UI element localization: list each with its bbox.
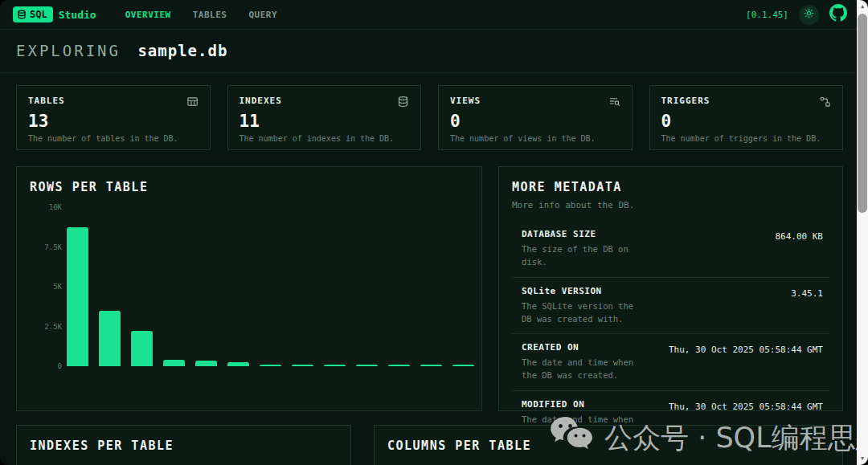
bar — [260, 365, 281, 366]
database-icon — [17, 10, 27, 19]
bar — [195, 361, 217, 366]
bar — [324, 365, 346, 366]
github-icon — [829, 4, 847, 25]
metric-description: The number of tables in the DB. — [28, 134, 199, 143]
bar — [452, 365, 474, 366]
metadata-row-text: SQLite VERSIONThe SQLite version the DB … — [522, 286, 637, 326]
metadata-row: DATABASE SIZEThe size of the DB on disk.… — [512, 221, 829, 277]
y-axis-tick: 5K — [53, 283, 62, 291]
metadata-row-description: The SQLite version the DB was created wi… — [522, 300, 637, 326]
metric-label: VIEWS — [450, 96, 481, 106]
scrollbar-down-arrow[interactable]: ▼ — [857, 453, 868, 464]
navbar-right: [0.1.45] — [746, 4, 847, 25]
metric-label: TABLES — [28, 96, 65, 106]
rows-per-table-panel: ROWS PER TABLE 10K7.5K5K2.5K0 — [16, 166, 482, 411]
bar — [163, 360, 185, 366]
metadata-title: MORE METADATA — [512, 180, 829, 194]
sql-studio-app: SQL Studio OVERVIEWTABLESQUERY [0.1.45] — [0, 0, 868, 465]
metric-card-tables: TABLES13The number of tables in the DB. — [16, 85, 211, 150]
y-axis-tick: 2.5K — [44, 323, 62, 331]
scrollbar-up-arrow[interactable]: ▲ — [857, 1, 868, 12]
metadata-row-label: MODIFIED ON — [522, 399, 637, 410]
db-name: sample.db — [137, 42, 227, 59]
bar — [67, 227, 88, 366]
sun-icon — [804, 8, 814, 21]
metadata-panel: MORE METADATA More info about the DB. DA… — [498, 166, 843, 411]
rows-bars — [67, 207, 467, 366]
list-search-icon — [608, 96, 620, 110]
rows-chart-title: ROWS PER TABLE — [30, 180, 469, 194]
metric-card-triggers: TRIGGERS0The number of triggers in the D… — [649, 85, 844, 150]
metric-description: The number of views in the DB. — [450, 134, 620, 143]
page-header: EXPLORING sample.db — [0, 30, 857, 73]
metric-value: 0 — [661, 113, 832, 130]
metric-description: The number of indexes in the DB. — [240, 134, 410, 143]
metadata-rows: DATABASE SIZEThe size of the DB on disk.… — [512, 221, 829, 447]
metadata-row-value: Thu, 30 Oct 2025 05:58:44 GMT — [648, 342, 823, 382]
metadata-row-description: The date and time when the DB was create… — [522, 356, 637, 382]
bar — [99, 311, 121, 366]
workflow-icon — [819, 96, 831, 110]
metadata-row-value: 3.45.1 — [648, 286, 823, 326]
table-icon — [186, 96, 199, 110]
page-title-eyebrow: EXPLORING — [16, 42, 121, 59]
indexes-chart-title: INDEXES PER TABLE — [30, 438, 338, 453]
bar — [420, 365, 442, 366]
logo-badge: SQL — [13, 6, 53, 22]
github-link[interactable] — [829, 4, 847, 25]
nav-link-tables[interactable]: TABLES — [193, 10, 227, 20]
metric-label: TRIGGERS — [661, 96, 710, 106]
version-badge: [0.1.45] — [746, 10, 788, 20]
metadata-row-label: CREATED ON — [522, 342, 637, 353]
bar — [388, 365, 410, 366]
database-icon — [397, 96, 409, 110]
nav-links: OVERVIEWTABLESQUERY — [125, 10, 277, 20]
metadata-row: CREATED ONThe date and time when the DB … — [512, 333, 829, 390]
metadata-row-label: DATABASE SIZE — [522, 229, 637, 239]
metric-card-views: VIEWS0The number of views in the DB. — [438, 85, 633, 150]
metadata-subtitle: More info about the DB. — [512, 200, 829, 210]
navbar: SQL Studio OVERVIEWTABLESQUERY [0.1.45] — [0, 0, 857, 30]
indexes-chart: 4 — [30, 461, 338, 465]
columns-chart: 16 — [387, 461, 829, 465]
wechat-icon — [550, 416, 593, 459]
nav-link-query[interactable]: QUERY — [248, 10, 277, 20]
y-axis-tick: 0 — [58, 362, 62, 370]
logo-text: Studio — [59, 9, 96, 21]
metadata-row-value: 864.00 KB — [648, 229, 823, 269]
metadata-row: SQLite VERSIONThe SQLite version the DB … — [512, 277, 829, 334]
indexes-per-table-panel: INDEXES PER TABLE 4 — [16, 425, 351, 465]
bar — [131, 331, 153, 366]
vertical-scrollbar[interactable]: ▲ ▼ — [857, 0, 868, 465]
metric-label: INDEXES — [240, 96, 282, 106]
metric-cards: TABLES13The number of tables in the DB.I… — [0, 73, 857, 150]
metric-value: 0 — [450, 113, 620, 130]
rows-chart: 10K7.5K5K2.5K0 — [30, 207, 469, 380]
nav-link-overview[interactable]: OVERVIEW — [125, 10, 171, 20]
charts-row: ROWS PER TABLE 10K7.5K5K2.5K0 MORE METAD… — [0, 150, 857, 411]
metadata-row-label: SQLite VERSION — [522, 286, 637, 296]
logo-badge-label: SQL — [30, 9, 47, 20]
metric-value: 11 — [240, 113, 410, 130]
metric-card-indexes: INDEXES11The number of indexes in the DB… — [227, 85, 422, 150]
metadata-row-text: DATABASE SIZEThe size of the DB on disk. — [522, 229, 637, 269]
bar — [227, 362, 249, 366]
bar — [292, 365, 313, 366]
watermark: 公众号 · SQL编程思想 — [550, 416, 868, 459]
theme-toggle-button[interactable] — [799, 5, 819, 25]
metadata-row-text: CREATED ONThe date and time when the DB … — [522, 342, 637, 382]
y-axis-tick: 10K — [49, 203, 62, 211]
metric-description: The number of triggers in the DB. — [661, 134, 832, 143]
scrollbar-thumb[interactable] — [858, 14, 867, 213]
watermark-text: 公众号 · SQL编程思想 — [604, 419, 868, 457]
y-axis-tick: 7.5K — [44, 243, 62, 251]
page-title: EXPLORING sample.db — [16, 42, 841, 59]
bar — [356, 365, 378, 366]
app-logo[interactable]: SQL Studio — [13, 6, 96, 22]
metric-value: 13 — [28, 113, 199, 130]
metadata-row-description: The size of the DB on disk. — [522, 243, 637, 269]
